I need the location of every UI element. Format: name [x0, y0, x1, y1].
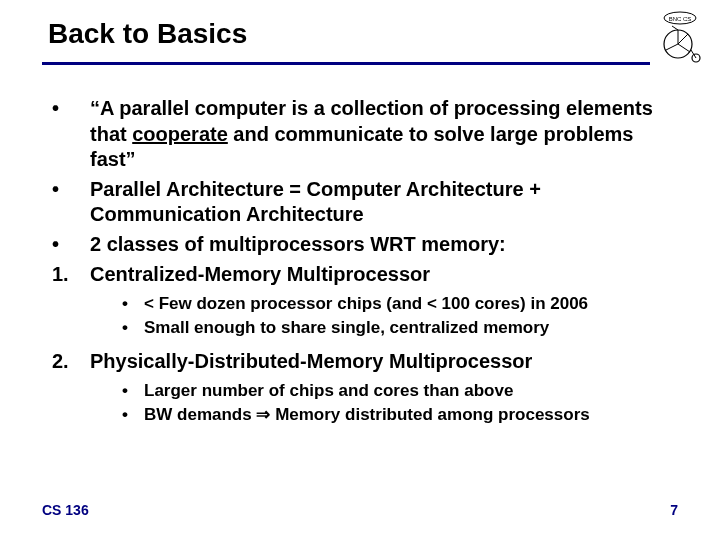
svg-line-6 [678, 34, 688, 44]
bullet-3: • 2 classes of multiprocessors WRT memor… [52, 232, 676, 258]
underlined-word: cooperate [132, 123, 228, 145]
numbered-2: 2. Physically-Distributed-Memory Multipr… [52, 349, 676, 375]
sub-bullet-text: < Few dozen processor chips (and < 100 c… [144, 293, 588, 315]
numbered-text: Centralized-Memory Multiprocessor [90, 262, 676, 288]
svg-line-4 [666, 44, 678, 50]
bullet-2: • Parallel Architecture = Computer Archi… [52, 177, 676, 228]
sub-bullets-2: • Larger number of chips and cores than … [122, 380, 676, 426]
bullet-marker: • [52, 96, 90, 173]
numbered-1: 1. Centralized-Memory Multiprocessor [52, 262, 676, 288]
sub-bullet-text: Larger number of chips and cores than ab… [144, 380, 513, 402]
bullet-text: “A parallel computer is a collection of … [90, 96, 676, 173]
bullet-marker: • [122, 293, 144, 315]
sub-bullet: • BW demands ⇒ Memory distributed among … [122, 404, 676, 426]
bullet-marker: • [52, 177, 90, 228]
pennyfarthing-icon: BNC CS [658, 10, 702, 64]
slide: Back to Basics BNC CS • “A parallel comp… [0, 0, 720, 540]
sub-bullet-text: BW demands ⇒ Memory distributed among pr… [144, 404, 590, 426]
bullet-marker: • [122, 380, 144, 402]
footer-course: CS 136 [42, 502, 89, 518]
slide-title: Back to Basics [48, 18, 247, 50]
text-part: Memory distributed among processors [270, 405, 589, 424]
number-marker: 1. [52, 262, 90, 288]
corner-logo: BNC CS [656, 10, 704, 70]
implies-arrow-icon: ⇒ [256, 405, 270, 424]
bullet-marker: • [122, 404, 144, 426]
sub-bullet: • < Few dozen processor chips (and < 100… [122, 293, 676, 315]
bullet-marker: • [122, 317, 144, 339]
sub-bullet: • Small enough to share single, centrali… [122, 317, 676, 339]
svg-line-9 [672, 26, 678, 30]
numbered-text: Physically-Distributed-Memory Multiproce… [90, 349, 676, 375]
sub-bullet-text: Small enough to share single, centralize… [144, 317, 549, 339]
bullet-marker: • [52, 232, 90, 258]
svg-line-5 [678, 44, 690, 52]
bullet-text: Parallel Architecture = Computer Archite… [90, 177, 676, 228]
number-marker: 2. [52, 349, 90, 375]
svg-text:BNC CS: BNC CS [669, 16, 692, 22]
slide-body: • “A parallel computer is a collection o… [52, 96, 676, 436]
sub-bullets-1: • < Few dozen processor chips (and < 100… [122, 293, 676, 339]
bullet-1: • “A parallel computer is a collection o… [52, 96, 676, 173]
text-part: BW demands [144, 405, 256, 424]
footer-page-number: 7 [670, 502, 678, 518]
sub-bullet: • Larger number of chips and cores than … [122, 380, 676, 402]
title-underline [42, 62, 650, 65]
bullet-text: 2 classes of multiprocessors WRT memory: [90, 232, 676, 258]
